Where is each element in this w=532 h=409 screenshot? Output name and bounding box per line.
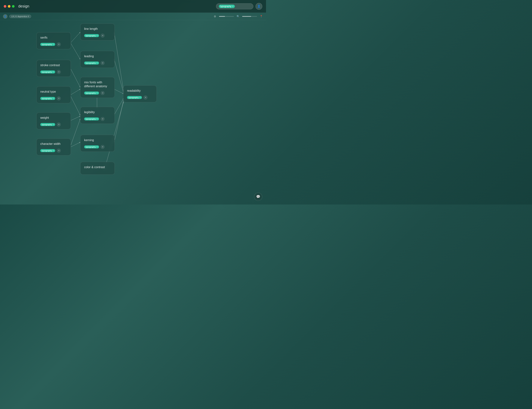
search-icon[interactable]: 🔍 [236, 15, 240, 18]
node-serifs-expand[interactable]: ▾ [57, 42, 61, 46]
node-character-width[interactable]: character width typography × ▾ [36, 139, 71, 156]
search-bar[interactable]: typography × [216, 3, 253, 9]
node-mix-fonts-tag[interactable]: typography × [84, 92, 99, 94]
node-readability-footer: typography × ▾ [127, 95, 153, 100]
node-readability-expand[interactable]: ▾ [143, 95, 148, 100]
app-title: design [18, 4, 216, 8]
node-weight[interactable]: weight typography × ▾ [36, 112, 71, 129]
node-mix-fonts[interactable]: mix fonts with different anatomy typogra… [80, 77, 115, 98]
gear-icon[interactable]: ⚙ [213, 15, 217, 18]
progress-fill-right [242, 16, 251, 17]
node-line-length-expand[interactable]: ▾ [101, 34, 105, 38]
node-leading-footer: typography × ▾ [84, 61, 111, 65]
node-legibility-tag[interactable]: typography × [84, 117, 99, 121]
svg-line-8 [114, 32, 124, 91]
node-line-length-title: line length [84, 27, 111, 31]
level-badge: LVL 6: Apprentice II [9, 15, 31, 18]
svg-line-0 [71, 32, 80, 43]
node-stroke-contrast-tag[interactable]: typography × [40, 70, 55, 74]
node-weight-title: weight [40, 116, 67, 120]
toolbar-avatar: 👤 [3, 14, 8, 19]
node-legibility-expand[interactable]: ▾ [101, 117, 105, 121]
search-tag-remove[interactable]: × [232, 5, 233, 8]
svg-line-5 [71, 116, 80, 121]
svg-line-4 [71, 97, 80, 115]
node-neutral-type-tag[interactable]: typography × [40, 97, 55, 100]
svg-line-1 [71, 43, 80, 59]
node-neutral-type-footer: typography × ▾ [40, 96, 67, 101]
node-kerning-footer: typography × ▾ [84, 145, 111, 149]
node-neutral-type-expand[interactable]: ▾ [57, 96, 61, 101]
node-stroke-contrast-footer: typography × ▾ [40, 70, 67, 74]
svg-line-2 [71, 69, 80, 87]
svg-line-12 [114, 98, 124, 115]
node-character-width-expand[interactable]: ▾ [57, 149, 61, 153]
progress-bar-right [242, 16, 257, 17]
svg-line-11 [114, 89, 124, 94]
node-character-width-tag[interactable]: typography × [40, 149, 55, 152]
progress-fill-left [219, 16, 225, 17]
node-neutral-type[interactable]: neutral type typography × ▾ [36, 86, 71, 103]
node-leading-tag[interactable]: typography × [84, 62, 99, 65]
node-line-length[interactable]: line length typography × ▾ [80, 23, 115, 40]
node-leading[interactable]: leading typography × ▾ [80, 51, 115, 68]
node-legibility-footer: typography × ▾ [84, 117, 111, 121]
node-serifs-tag[interactable]: typography × [40, 43, 55, 46]
traffic-lights [4, 5, 15, 8]
node-stroke-contrast[interactable]: stroke contrast typography × ▾ [36, 60, 71, 77]
node-mix-fonts-title: mix fonts with different anatomy [84, 81, 111, 88]
node-mix-fonts-footer: typography × ▾ [84, 91, 111, 95]
minimize-button[interactable] [8, 5, 10, 8]
node-readability-title: readability [127, 89, 153, 93]
pin-icon[interactable]: 📍 [259, 15, 263, 18]
node-leading-expand[interactable]: ▾ [101, 61, 105, 65]
node-character-width-title: character width [40, 142, 67, 146]
svg-line-13 [114, 100, 124, 142]
node-weight-footer: typography × ▾ [40, 122, 67, 127]
node-kerning-title: kerning [84, 138, 111, 142]
node-character-width-footer: typography × ▾ [40, 149, 67, 153]
node-legibility[interactable]: legibility typography × ▾ [80, 107, 115, 124]
maximize-button[interactable] [12, 5, 15, 8]
progress-bar-left [219, 16, 234, 17]
node-leading-title: leading [84, 55, 111, 58]
node-line-length-tag[interactable]: typography × [84, 34, 99, 37]
titlebar: design typography × 👤 [0, 0, 266, 13]
svg-line-9 [114, 59, 124, 93]
node-legibility-title: legibility [84, 110, 111, 114]
node-readability-tag[interactable]: typography × [127, 96, 142, 99]
svg-line-6 [71, 119, 80, 145]
chat-icon: 💬 [256, 195, 260, 199]
toolbar: 👤 LVL 6: Apprentice II ⚙ 🔍 📍 [0, 13, 266, 20]
svg-line-7 [71, 142, 80, 147]
node-kerning[interactable]: kerning typography × ▾ [80, 135, 115, 152]
toolbar-right: ⚙ 🔍 📍 [213, 15, 263, 18]
node-color-contrast-title: color & contrast [84, 165, 111, 169]
node-mix-fonts-expand[interactable]: ▾ [101, 91, 105, 95]
chat-button[interactable]: 💬 [254, 193, 262, 201]
node-stroke-contrast-expand[interactable]: ▾ [57, 70, 61, 74]
node-color-contrast[interactable]: color & contrast [80, 162, 115, 175]
node-weight-tag[interactable]: typography × [40, 123, 55, 126]
node-kerning-expand[interactable]: ▾ [101, 145, 105, 149]
svg-line-3 [71, 89, 80, 95]
canvas: serifs typography × ▾ stroke contrast ty… [0, 20, 266, 204]
node-weight-expand[interactable]: ▾ [57, 122, 61, 127]
node-serifs[interactable]: serifs typography × ▾ [36, 32, 71, 49]
search-tag-typography[interactable]: typography × [219, 5, 235, 8]
user-avatar-button[interactable]: 👤 [256, 3, 262, 10]
search-tag-label: typography [220, 5, 231, 8]
node-line-length-footer: typography × ▾ [84, 34, 111, 38]
node-stroke-contrast-title: stroke contrast [40, 63, 67, 67]
node-readability[interactable]: readability typography × ▾ [123, 85, 157, 102]
node-kerning-tag[interactable]: typography × [84, 145, 99, 149]
close-button[interactable] [4, 5, 6, 8]
node-neutral-type-title: neutral type [40, 90, 67, 94]
node-serifs-footer: typography × ▾ [40, 42, 67, 46]
node-serifs-title: serifs [40, 36, 67, 40]
user-icon: 👤 [257, 4, 261, 8]
